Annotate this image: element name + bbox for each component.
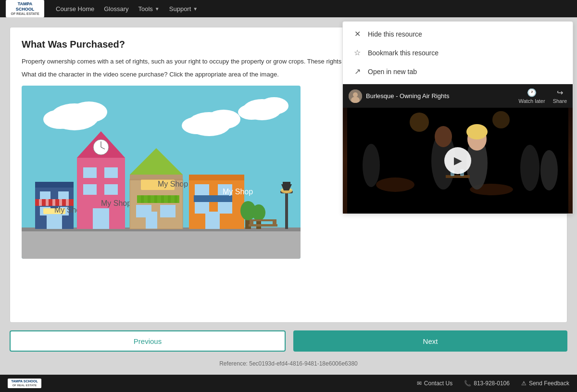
svg-point-73 bbox=[252, 204, 265, 221]
svg-rect-24 bbox=[59, 199, 62, 206]
share-button[interactable]: ↪ Share bbox=[553, 88, 567, 104]
watch-later-icon: 🕐 bbox=[527, 88, 537, 97]
nav-tools[interactable]: Tools ▼ bbox=[138, 5, 160, 13]
svg-rect-77 bbox=[273, 219, 276, 227]
svg-point-79 bbox=[353, 92, 358, 97]
video-header: Burlesque - Owning Air Rights 🕐 Watch la… bbox=[343, 84, 573, 108]
svg-rect-49 bbox=[168, 195, 171, 203]
nav-links: Course Home Glossary Tools ▼ Support ▼ bbox=[56, 5, 198, 13]
video-title-row: Burlesque - Owning Air Rights bbox=[349, 89, 449, 103]
nav-glossary[interactable]: Glossary bbox=[104, 5, 128, 13]
svg-rect-34 bbox=[104, 167, 118, 178]
svg-rect-52 bbox=[160, 205, 176, 217]
svg-rect-62 bbox=[200, 195, 226, 202]
svg-point-83 bbox=[376, 177, 414, 192]
main-area: What Was Purchased? Property ownership c… bbox=[0, 17, 577, 375]
storefront-image[interactable]: My Shop My Sh bbox=[22, 86, 301, 259]
bookmark-icon: ☆ bbox=[352, 48, 362, 57]
svg-rect-65 bbox=[285, 191, 288, 229]
svg-point-5 bbox=[43, 110, 77, 129]
svg-rect-60 bbox=[218, 202, 232, 214]
svg-rect-75 bbox=[250, 219, 276, 221]
nav-course-home[interactable]: Course Home bbox=[56, 5, 94, 13]
svg-rect-36 bbox=[104, 184, 118, 195]
svg-point-86 bbox=[435, 126, 452, 147]
phone-icon: 📞 bbox=[464, 380, 471, 387]
video-title: Burlesque - Owning Air Rights bbox=[366, 92, 449, 100]
footer: TAMPA SCHOOL OF REAL ESTATE ✉ Contact Us… bbox=[0, 375, 577, 392]
svg-point-89 bbox=[466, 124, 488, 139]
svg-rect-45 bbox=[141, 195, 144, 203]
watch-later-button[interactable]: 🕐 Watch later bbox=[518, 88, 545, 104]
hide-resource-button[interactable]: ✕ Hide this resource bbox=[351, 25, 565, 42]
svg-rect-18 bbox=[47, 213, 62, 229]
video-avatar bbox=[349, 89, 362, 103]
svg-rect-46 bbox=[148, 195, 151, 203]
svg-rect-57 bbox=[195, 184, 209, 196]
svg-rect-21 bbox=[39, 199, 42, 206]
svg-rect-56 bbox=[189, 175, 244, 180]
svg-rect-13 bbox=[35, 182, 74, 188]
resource-actions: ✕ Hide this resource ☆ Bookmark this res… bbox=[343, 22, 573, 84]
svg-rect-63 bbox=[205, 212, 220, 229]
video-actions: 🕐 Watch later ↪ Share bbox=[518, 88, 567, 104]
external-link-icon: ↗ bbox=[352, 67, 362, 76]
reference-text: Reference: 5ec0193d-efd4-4816-9481-18e60… bbox=[10, 356, 567, 375]
next-button[interactable]: Next bbox=[293, 330, 567, 352]
svg-rect-25 bbox=[66, 199, 69, 206]
svg-rect-23 bbox=[52, 199, 55, 206]
svg-rect-15 bbox=[58, 191, 69, 200]
navigation-buttons: Previous Next bbox=[10, 323, 567, 356]
share-icon: ↪ bbox=[557, 88, 563, 97]
svg-rect-90 bbox=[446, 175, 470, 178]
svg-rect-37 bbox=[93, 208, 109, 229]
phone-link[interactable]: 📞 813-928-0106 bbox=[464, 380, 510, 387]
svg-rect-1 bbox=[22, 228, 301, 259]
svg-point-11 bbox=[238, 104, 265, 120]
resource-panel: ✕ Hide this resource ☆ Bookmark this res… bbox=[342, 21, 573, 214]
feedback-link[interactable]: ⚠ Send Feedback bbox=[521, 380, 569, 387]
svg-point-94 bbox=[520, 145, 539, 191]
bookmark-resource-button[interactable]: ☆ Bookmark this resource bbox=[351, 44, 565, 61]
video-thumbnail[interactable]: ▶ bbox=[343, 108, 573, 214]
svg-rect-50 bbox=[175, 195, 177, 203]
logo: TAMPA SCHOOL OF REAL ESTATE bbox=[6, 0, 44, 17]
video-play-button[interactable]: ▶ bbox=[444, 147, 471, 174]
svg-rect-69 bbox=[283, 182, 290, 185]
feedback-icon: ⚠ bbox=[521, 380, 527, 387]
video-container: Burlesque - Owning Air Rights 🕐 Watch la… bbox=[343, 84, 573, 214]
open-new-tab-button[interactable]: ↗ Open in new tab bbox=[351, 63, 565, 80]
nav-support[interactable]: Support ▼ bbox=[169, 5, 198, 13]
footer-logo: TAMPA SCHOOL OF REAL ESTATE bbox=[8, 379, 41, 388]
contact-us-link[interactable]: ✉ Contact Us bbox=[417, 380, 452, 387]
svg-rect-48 bbox=[161, 195, 164, 203]
svg-rect-14 bbox=[40, 191, 50, 200]
svg-point-8 bbox=[182, 117, 213, 134]
svg-rect-76 bbox=[250, 219, 253, 227]
close-icon: ✕ bbox=[352, 29, 362, 38]
svg-rect-22 bbox=[46, 199, 49, 206]
svg-text:My Shop: My Shop bbox=[223, 188, 253, 196]
svg-text:My Shop: My Shop bbox=[158, 180, 188, 188]
svg-rect-33 bbox=[83, 167, 97, 178]
previous-button[interactable]: Previous bbox=[10, 330, 286, 352]
svg-text:My Shop: My Shop bbox=[101, 199, 131, 207]
svg-rect-47 bbox=[154, 195, 157, 203]
svg-point-96 bbox=[410, 113, 429, 132]
svg-point-97 bbox=[492, 111, 510, 128]
tools-dropdown-arrow: ▼ bbox=[155, 6, 160, 12]
svg-point-95 bbox=[540, 150, 558, 190]
top-navigation: TAMPA SCHOOL OF REAL ESTATE Course Home … bbox=[0, 0, 577, 17]
email-icon: ✉ bbox=[417, 380, 422, 387]
svg-rect-35 bbox=[83, 184, 97, 195]
footer-links: ✉ Contact Us 📞 813-928-0106 ⚠ Send Feedb… bbox=[417, 380, 569, 387]
svg-rect-53 bbox=[146, 212, 157, 229]
svg-point-93 bbox=[363, 144, 380, 187]
support-dropdown-arrow: ▼ bbox=[193, 6, 198, 12]
